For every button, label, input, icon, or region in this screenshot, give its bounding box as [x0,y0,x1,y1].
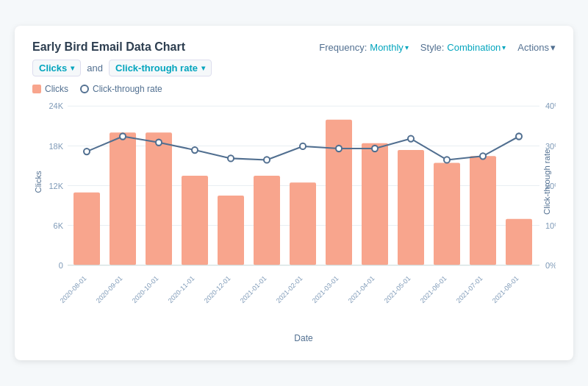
svg-rect-22 [254,176,280,265]
and-text: and [87,62,103,74]
svg-text:2021-05-01: 2021-05-01 [383,274,412,304]
legend-clicks-label: Clicks [45,84,68,94]
svg-rect-26 [398,150,424,265]
svg-rect-25 [362,143,388,265]
svg-rect-18 [110,132,136,265]
svg-point-41 [480,153,486,159]
chart-title: Early Bird Email Data Chart [32,40,185,54]
svg-text:Click-through rate: Click-through rate [542,149,551,215]
svg-rect-28 [470,156,496,265]
svg-text:24K: 24K [49,101,63,110]
svg-text:2021-06-01: 2021-06-01 [419,274,448,304]
metric-row: Clicks ▾ and Click-through rate ▾ [32,60,556,76]
svg-point-36 [300,143,306,149]
svg-text:2020-09-01: 2020-09-01 [95,274,123,304]
svg-rect-29 [506,219,532,265]
chart-card: Early Bird Email Data Chart Frequency: M… [15,26,573,360]
legend-clicks: Clicks [32,84,68,94]
svg-rect-24 [326,120,352,265]
frequency-dropdown[interactable]: Monthly ▾ [370,42,409,53]
svg-text:2020-10-01: 2020-10-01 [131,274,159,304]
legend-ctr: Click-through rate [80,84,162,94]
svg-point-30 [84,149,90,154]
svg-text:2021-02-01: 2021-02-01 [275,274,304,304]
svg-point-33 [192,147,198,153]
legend-bar-icon [32,85,41,93]
chart-area: 0 6K 12K 18K 24K 0% 10% 20% 30% 40% Clic… [32,99,556,349]
svg-point-38 [372,146,378,151]
svg-rect-23 [290,182,316,265]
svg-text:0: 0 [59,261,63,270]
controls-area: Frequency: Monthly ▾ Style: Combination … [319,42,556,53]
svg-text:6K: 6K [54,221,64,230]
svg-point-34 [228,155,234,161]
actions-chevron-icon: ▾ [551,42,556,53]
metric2-pill[interactable]: Click-through rate ▾ [109,60,212,76]
svg-text:Date: Date [294,333,313,343]
svg-rect-20 [182,176,208,265]
svg-text:2020-12-01: 2020-12-01 [203,274,232,304]
svg-text:40%: 40% [545,101,556,110]
svg-text:18K: 18K [49,142,63,151]
svg-text:2021-08-01: 2021-08-01 [491,274,520,304]
svg-point-42 [516,133,522,139]
svg-rect-27 [434,163,460,265]
svg-text:2021-07-01: 2021-07-01 [455,274,484,304]
svg-text:Clicks: Clicks [34,171,43,193]
svg-text:0%: 0% [545,261,556,270]
svg-text:2021-03-01: 2021-03-01 [311,274,340,304]
legend-line-icon [80,85,89,93]
frequency-chevron-icon: ▾ [405,43,409,51]
svg-text:2021-04-01: 2021-04-01 [347,274,376,304]
frequency-control: Frequency: Monthly ▾ [319,42,409,53]
style-dropdown[interactable]: Combination ▾ [447,42,506,53]
svg-rect-21 [218,196,244,265]
metric1-chevron-icon: ▾ [71,64,74,72]
frequency-label: Frequency: [319,42,367,53]
chart-svg: 0 6K 12K 18K 24K 0% 10% 20% 30% 40% Clic… [32,99,556,349]
style-label: Style: [420,42,445,53]
svg-point-31 [120,133,126,139]
actions-button[interactable]: Actions ▾ [517,42,556,53]
svg-point-37 [336,146,342,151]
svg-text:12K: 12K [49,181,63,190]
style-chevron-icon: ▾ [502,43,506,51]
svg-point-35 [264,157,270,162]
svg-text:2021-01-01: 2021-01-01 [239,274,268,304]
svg-text:2020-11-01: 2020-11-01 [167,274,196,304]
svg-text:2020-08-01: 2020-08-01 [59,274,87,304]
svg-rect-17 [74,193,100,265]
metric2-chevron-icon: ▾ [201,64,205,72]
metric1-pill[interactable]: Clicks ▾ [32,60,81,76]
legend-ctr-label: Click-through rate [93,84,162,94]
svg-point-39 [408,135,414,141]
legend-row: Clicks Click-through rate [32,84,556,94]
svg-point-32 [156,140,162,146]
svg-rect-19 [146,132,172,265]
svg-text:10%: 10% [545,221,556,230]
header-row: Early Bird Email Data Chart Frequency: M… [32,40,556,54]
style-control: Style: Combination ▾ [420,42,506,53]
svg-point-40 [444,157,450,162]
